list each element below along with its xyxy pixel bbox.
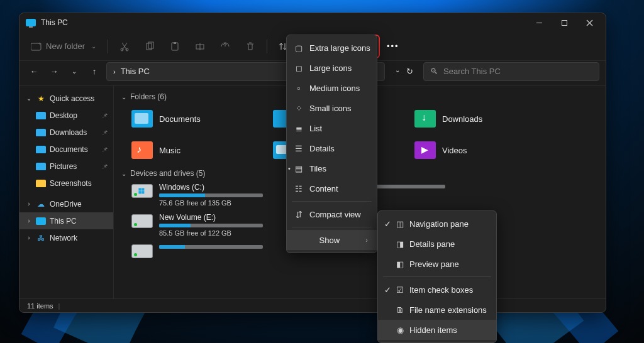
videos-icon (414, 141, 436, 159)
show-hidden-items[interactable]: ◉Hidden items (378, 320, 496, 340)
dropdown-icon[interactable]: ⌄ (395, 67, 400, 76)
pin-icon: 📌︎ (101, 129, 108, 136)
pin-icon: 📌︎ (101, 112, 108, 119)
view-medium[interactable]: ▫Medium icons (287, 78, 377, 98)
close-button[interactable] (577, 13, 602, 32)
show-details-pane[interactable]: ◨Details pane (378, 234, 496, 254)
medium-icons-icon: ▫ (293, 84, 304, 93)
minimize-button[interactable] (526, 13, 552, 32)
tiles-icon: ▤ (293, 164, 304, 173)
chevron-down-icon: ⌄ (121, 170, 126, 177)
share-button[interactable] (214, 36, 236, 57)
view-small[interactable]: ⁘Small icons (287, 98, 377, 118)
sidebar-item-pictures[interactable]: Pictures📌︎ (19, 158, 113, 175)
chevron-down-icon: ⌄ (26, 95, 32, 102)
view-menu: ▢Extra large icons ◻Large icons ▫Medium … (286, 35, 377, 253)
rename-icon (195, 41, 205, 52)
cut-button[interactable] (113, 36, 136, 57)
check-icon: ✓ (384, 285, 391, 295)
details-pane-icon: ◨ (394, 239, 406, 249)
folder-music[interactable]: Music (131, 138, 235, 163)
drive-free-text: 85.5 GB free of 122 GB (159, 229, 263, 237)
up-button[interactable]: ↑ (86, 63, 103, 80)
drive-icon (131, 244, 153, 258)
address-path: This PC (121, 67, 150, 76)
check-icon: ✓ (384, 219, 391, 229)
sidebar-network[interactable]: ›🖧Network (19, 229, 113, 246)
window-title: This PC (41, 18, 68, 27)
show-preview-pane[interactable]: ◧Preview pane (378, 254, 496, 274)
drive-tile[interactable]: New Volume (E:)85.5 GB free of 122 GB (131, 213, 276, 237)
file-icon: 🗎 (394, 305, 406, 315)
chevron-right-icon: › (26, 234, 32, 241)
eye-icon: ◉ (394, 325, 406, 335)
downloads-icon (414, 110, 436, 128)
compact-icon: ⇵ (293, 210, 304, 219)
navigation-pane-icon: ◫ (394, 219, 406, 229)
sidebar-item-desktop[interactable]: Desktop📌︎ (19, 107, 113, 124)
view-tiles[interactable]: •▤Tiles (287, 158, 377, 178)
folder-icon (36, 180, 46, 187)
svg-point-6 (121, 48, 123, 51)
list-icon: ≣ (293, 124, 304, 133)
drive-name: New Volume (E:) (159, 213, 263, 222)
chevron-down-icon: ⌄ (121, 94, 126, 101)
folder-icon (36, 146, 46, 153)
preview-pane-icon: ◧ (394, 259, 406, 269)
search-icon: 🔍︎ (430, 67, 438, 76)
view-details[interactable]: ☰Details (287, 138, 377, 158)
folder-videos[interactable]: Videos (414, 138, 518, 163)
drive-tile[interactable] (131, 243, 276, 258)
rename-button[interactable] (189, 36, 211, 57)
show-file-name-extensions[interactable]: 🗎File name extensions (378, 300, 496, 320)
pin-icon: 📌︎ (101, 163, 108, 170)
folder-documents[interactable]: Documents (131, 106, 235, 131)
view-extra-large[interactable]: ▢Extra large icons (287, 38, 377, 58)
show-navigation-pane[interactable]: ✓◫Navigation pane (378, 214, 496, 234)
refresh-button[interactable]: ↻ (406, 67, 413, 76)
back-button[interactable]: ← (26, 63, 42, 80)
view-compact[interactable]: ⇵Compact view (287, 204, 377, 224)
folder-downloads[interactable]: Downloads (414, 106, 518, 131)
drive-free-text: 75.6 GB free of 135 GB (159, 199, 263, 207)
cut-icon (119, 41, 130, 52)
delete-button[interactable] (239, 36, 262, 57)
sidebar-quick-access[interactable]: ⌄ ★ Quick access (19, 90, 113, 107)
sidebar-item-screenshots[interactable]: Screenshots (19, 175, 113, 192)
recent-locations-button[interactable]: ⌄ (66, 63, 82, 80)
navigation-pane: ⌄ ★ Quick access Desktop📌︎ Downloads📌︎ D… (19, 86, 114, 298)
view-list[interactable]: ≣List (287, 118, 377, 138)
music-icon (131, 141, 153, 159)
svg-rect-1 (562, 20, 567, 25)
new-folder-button[interactable]: + New folder ⌄ (25, 36, 103, 57)
status-bar: 11 items | (19, 298, 606, 312)
view-content[interactable]: ☷Content (287, 178, 377, 199)
forward-button[interactable]: → (46, 63, 62, 80)
chevron-right-icon: › (26, 200, 32, 207)
view-show-submenu[interactable]: Show› (287, 230, 377, 250)
show-item-check-boxes[interactable]: ✓☑Item check boxes (378, 280, 496, 300)
svg-text:+: + (38, 42, 42, 47)
search-input[interactable]: 🔍︎ Search This PC (423, 62, 599, 81)
view-large[interactable]: ◻Large icons (287, 58, 377, 78)
sidebar-item-downloads[interactable]: Downloads📌︎ (19, 124, 113, 141)
more-button[interactable]: ••• (380, 36, 406, 57)
copy-button[interactable] (138, 36, 161, 57)
drive-tile[interactable]: Windows (C:)75.6 GB free of 135 GB (131, 183, 276, 207)
paste-button[interactable] (164, 36, 186, 57)
maximize-button[interactable] (552, 13, 577, 32)
paste-icon (170, 41, 180, 52)
content-icon: ☷ (293, 184, 304, 193)
star-icon: ★ (36, 94, 46, 104)
documents-icon (131, 110, 153, 128)
checkbox-icon: ☑ (394, 285, 406, 295)
capacity-bar (159, 224, 263, 227)
extra-large-icons-icon: ▢ (293, 43, 304, 53)
item-count: 11 items (27, 302, 53, 310)
this-pc-icon (26, 19, 36, 26)
svg-rect-11 (174, 42, 176, 44)
capacity-bar (159, 245, 263, 249)
sidebar-onedrive[interactable]: ›☁OneDrive (19, 195, 113, 212)
sidebar-item-documents[interactable]: Documents📌︎ (19, 141, 113, 158)
sidebar-this-pc[interactable]: ›This PC (19, 212, 113, 229)
